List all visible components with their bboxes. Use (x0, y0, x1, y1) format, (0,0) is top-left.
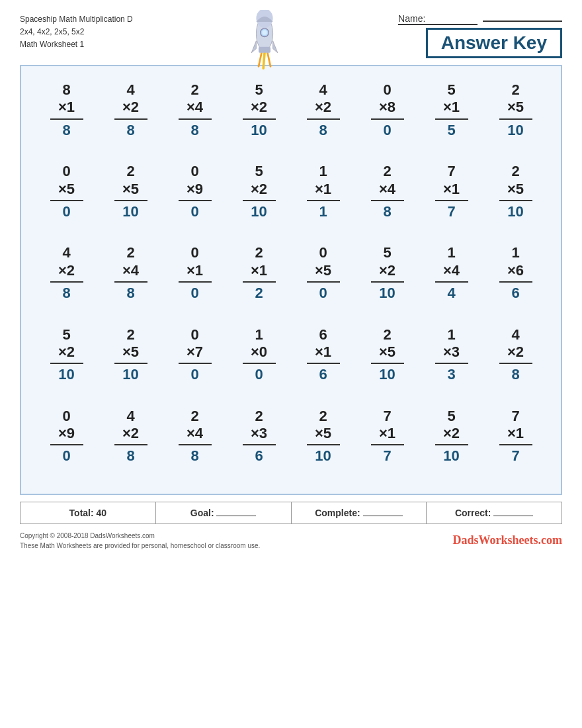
answer: 8 (126, 122, 134, 139)
answer: 0 (383, 122, 391, 139)
multiplicand: 7 (511, 408, 519, 425)
answer: 6 (319, 366, 327, 383)
problem-3-7: 1×44 (419, 239, 483, 307)
problem-2-7: 7×17 (419, 158, 483, 226)
answer-line (243, 444, 276, 445)
multiplicand: 2 (126, 163, 134, 180)
answer-line (179, 281, 212, 283)
multiplier: ×5 (507, 99, 524, 116)
multiplicand: 5 (255, 81, 263, 99)
multiplicand: 5 (62, 326, 70, 343)
svg-line-8 (268, 53, 271, 67)
answer-line (179, 200, 212, 201)
answer-line (435, 200, 468, 201)
problem-3-1: 4×28 (34, 239, 99, 307)
answer: 10 (122, 203, 138, 220)
multiplier: ×0 (251, 343, 267, 361)
multiplier: ×2 (58, 343, 75, 361)
answer: 7 (383, 447, 391, 465)
svg-line-6 (259, 53, 262, 67)
multiplier: ×9 (58, 425, 75, 442)
answer-line (50, 444, 83, 445)
answer: 10 (315, 447, 331, 465)
multiplicand: 0 (62, 163, 70, 180)
problem-2-6: 2×48 (355, 158, 419, 226)
problem-2-4: 5×210 (227, 158, 291, 226)
multiplier: ×4 (187, 425, 203, 442)
multiplicand: 4 (126, 408, 134, 425)
worksheet-area: 8×184×282×485×2104×280×805×152×510 0×502… (20, 65, 562, 495)
problem-4-8: 4×28 (483, 321, 548, 389)
multiplier: ×2 (507, 343, 524, 361)
answer-line (243, 200, 276, 201)
multiplier: ×4 (187, 99, 203, 116)
answer-line (179, 118, 212, 120)
answer-line (50, 363, 83, 364)
answer: 8 (126, 285, 134, 302)
problem-1-5: 4×28 (291, 76, 355, 144)
multiplier: ×2 (122, 425, 139, 442)
answer-line (499, 118, 532, 120)
problem-5-3: 2×48 (163, 402, 227, 471)
multiplicand: 2 (190, 408, 198, 425)
multiplier: ×5 (122, 181, 139, 198)
problem-3-8: 1×66 (483, 239, 548, 307)
svg-rect-9 (259, 47, 270, 53)
multiplicand: 1 (511, 244, 519, 261)
multiplicand: 1 (447, 326, 455, 343)
multiplicand: 2 (126, 244, 134, 261)
multiplier: ×5 (315, 425, 331, 442)
multiplicand: 4 (126, 81, 134, 99)
multiplicand: 7 (447, 163, 455, 180)
problem-3-2: 2×48 (99, 239, 163, 307)
answer: 8 (511, 366, 519, 383)
answer-line (371, 444, 404, 445)
multiplicand: 0 (190, 163, 198, 180)
name-underline (483, 21, 562, 22)
answer: 0 (319, 285, 327, 302)
answer-line (435, 118, 468, 120)
answer-line (307, 363, 340, 364)
multiplier: ×4 (379, 181, 395, 198)
multiplier: ×8 (379, 99, 395, 116)
answer-line (50, 281, 83, 283)
multiplicand: 2 (255, 408, 263, 425)
multiplicand: 6 (319, 326, 327, 343)
answer: 0 (190, 366, 198, 383)
problem-4-5: 6×16 (291, 321, 355, 389)
header-left: Spaceship Math Multiplication D 2x4, 4x2… (20, 13, 133, 52)
problem-5-5: 2×510 (291, 402, 355, 471)
multiplicand: 2 (255, 244, 263, 261)
answer-key-box: Answer Key (426, 28, 562, 58)
multiplier: ×1 (443, 181, 460, 198)
multiplier: ×5 (122, 343, 139, 361)
answer-line (371, 363, 404, 364)
problem-3-4: 2×12 (227, 239, 291, 307)
header-right: Name: Answer Key (395, 13, 562, 58)
problem-row-4: 5×2102×5100×701×006×162×5101×334×28 (34, 321, 548, 389)
answer: 6 (255, 447, 263, 465)
multiplicand: 2 (126, 326, 134, 343)
answer-line (499, 444, 532, 445)
rocket-decoration (238, 10, 291, 72)
multiplicand: 4 (319, 81, 327, 99)
answer: 4 (447, 285, 455, 302)
total-cell: Total: 40 (21, 502, 156, 523)
answer-line (179, 363, 212, 364)
problem-4-4: 1×00 (227, 321, 291, 389)
answer: 3 (447, 366, 455, 383)
answer: 10 (58, 366, 74, 383)
answer: 7 (447, 203, 455, 220)
goal-line (216, 516, 256, 516)
multiplicand: 1 (319, 163, 327, 180)
answer-line (435, 281, 468, 283)
answer: 10 (379, 366, 395, 383)
multiplicand: 2 (383, 326, 391, 343)
problem-row-3: 4×282×480×102×120×505×2101×441×66 (34, 239, 548, 307)
answer-line (371, 118, 404, 120)
answer: 0 (62, 447, 70, 465)
answer-line (307, 118, 340, 120)
multiplicand: 1 (447, 244, 455, 261)
answer-line (243, 281, 276, 283)
answer-line (114, 118, 147, 120)
